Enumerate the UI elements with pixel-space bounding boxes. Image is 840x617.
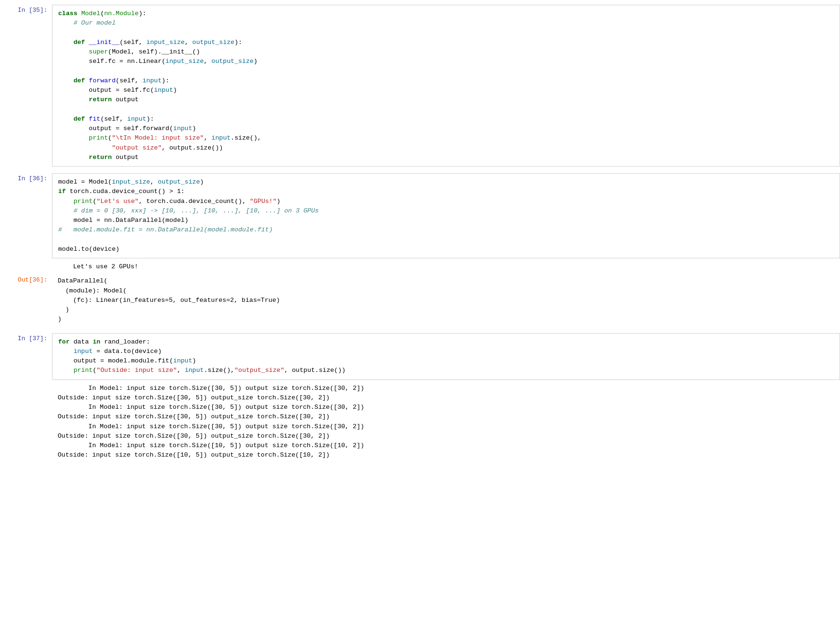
cell-35-content[interactable]: class Model(nn.Module): # Our model def … [52,5,840,167]
cell-36-out-content: DataParallel( (module): Model( (fc): Lin… [52,274,840,326]
cell-37-output: In Model: input size torch.Size([30, 5])… [52,382,840,462]
cell-35: In [35]: class Model(nn.Module): # Our m… [0,5,840,167]
cell-36-label: In [36]: [0,173,52,182]
cell-35-label: In [35]: [0,5,52,14]
cell-36-out-label: Out[36]: [0,274,52,283]
cell-36: In [36]: model = Model(input_size, outpu… [0,173,840,258]
cell-37: In [37]: for data in rand_loader: input … [0,333,840,380]
cell-37-content[interactable]: for data in rand_loader: input = data.to… [52,333,840,380]
cell-36-text-output: Let's use 2 GPUs! [52,260,840,273]
cell-36-content[interactable]: model = Model(input_size, output_size) i… [52,173,840,258]
cell-36-out: Out[36]: DataParallel( (module): Model( … [0,274,840,326]
cell-37-label: In [37]: [0,333,52,342]
